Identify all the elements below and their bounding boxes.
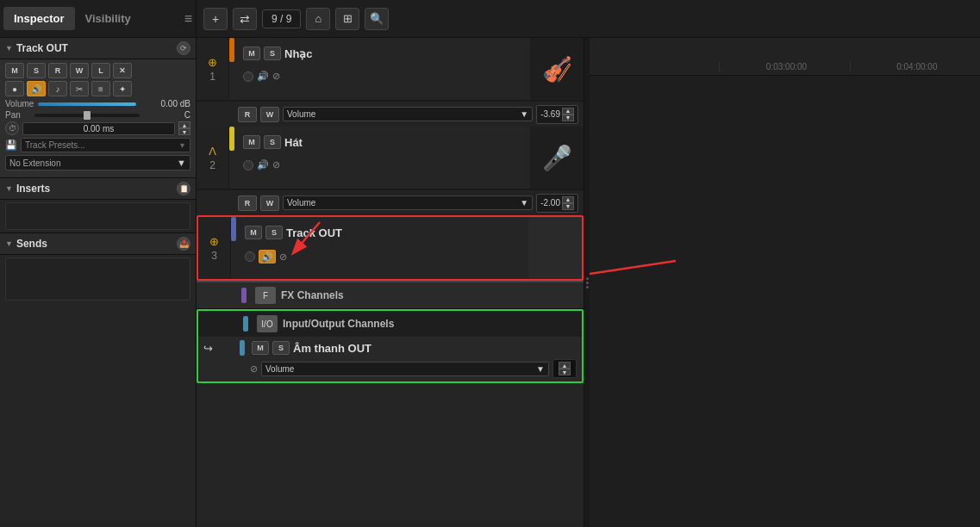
btn-x[interactable]: ✕	[113, 63, 132, 78]
inserts-header: ▼ Inserts 📋	[0, 178, 196, 200]
track-1-bypass[interactable]: ⊘	[272, 71, 280, 82]
track-3-mute[interactable]: M	[245, 226, 262, 239]
io-spin-dn[interactable]: ▼	[559, 369, 571, 375]
volume-fill	[38, 102, 136, 106]
fx-channels-header: F FX Channels	[197, 282, 584, 308]
auto-val-1: -3.69	[540, 109, 560, 119]
red-arrow-io	[590, 248, 702, 300]
track-1-content: M S Nhạc 🔊 ⊘	[238, 38, 530, 100]
inserts-section: ▼ Inserts 📋	[0, 178, 196, 233]
automation-row-2: R W Volume ▼ -2.00 ▲ ▼	[197, 189, 584, 215]
auto-w-1[interactable]: W	[260, 107, 279, 122]
track-1-speaker[interactable]: 🔊	[257, 71, 269, 82]
delay-value[interactable]: 0.00 ms	[22, 122, 175, 135]
track-1-dot[interactable]	[243, 71, 253, 82]
track-3-speaker[interactable]: 🔊	[259, 250, 276, 264]
io-controls-row: ⊘ Volume ▼ ▲ ▼	[203, 359, 577, 378]
auto-value-1: -3.69 ▲ ▼	[536, 105, 578, 124]
track-3-bypass[interactable]: ⊘	[279, 251, 287, 263]
track-out-header: ▼ Track OUT ⟳	[0, 38, 196, 59]
track-3-sub: 🔊 ⊘	[240, 248, 528, 267]
auto-r-1[interactable]: R	[238, 107, 257, 122]
track-num-label-1: 1	[209, 71, 215, 83]
io-track-solo[interactable]: S	[272, 341, 290, 355]
presets-dropdown[interactable]: Track Presets... ▼	[21, 138, 190, 152]
io-vol-dropdown[interactable]: Volume ▼	[261, 362, 549, 376]
track-2-bypass[interactable]: ⊘	[272, 159, 280, 170]
delay-down[interactable]: ▼	[178, 128, 190, 135]
btn-mute[interactable]: M	[5, 63, 24, 78]
pan-slider[interactable]	[34, 114, 140, 117]
tracks-area: ⊕ 1 M S Nhạc 🔊	[197, 38, 980, 527]
auto-dropdown-1[interactable]: Volume ▼	[283, 107, 533, 121]
btn-speaker[interactable]: 🔊	[27, 81, 46, 96]
auto-dn-2[interactable]: ▼	[562, 203, 574, 210]
btn-write[interactable]: W	[70, 63, 89, 78]
presets-label: Track Presets...	[25, 140, 85, 150]
inserts-title: Inserts	[16, 183, 177, 195]
tab-inspector[interactable]: Inspector	[3, 7, 75, 30]
pan-row: Pan C	[5, 110, 190, 120]
track-1-mute[interactable]: M	[243, 46, 260, 60]
timeline-ruler: 0:03:00:00 0:04:00:00	[590, 38, 980, 76]
grid-button[interactable]: ⊞	[335, 8, 359, 30]
btn-lines[interactable]: ≡	[91, 81, 110, 96]
btn-read[interactable]: R	[48, 63, 67, 78]
io-spin-up[interactable]: ▲	[559, 362, 571, 369]
track-number-3: ⊕ 3	[198, 217, 231, 279]
home-button[interactable]: ⌂	[306, 8, 330, 30]
track-2-dot[interactable]	[243, 160, 253, 170]
right-side: + ⇄ 9 / 9 ⌂ ⊞ 🔍 ⊕ 1 M	[197, 0, 980, 527]
tab-visibility[interactable]: Visibility	[75, 7, 141, 30]
track-out-arrow: ▼	[5, 44, 13, 53]
btn-solo[interactable]: S	[27, 63, 46, 78]
auto-r-2[interactable]: R	[238, 195, 257, 211]
extension-dropdown[interactable]: No Extension ▼	[5, 155, 190, 170]
track-2-solo[interactable]: S	[264, 135, 281, 149]
track-2-mute[interactable]: M	[243, 135, 260, 149]
track-1-sub: 🔊 ⊘	[238, 69, 530, 85]
auto-up-2[interactable]: ▲	[562, 196, 574, 203]
automation-row-1: R W Volume ▼ -3.69 ▲ ▼	[197, 101, 584, 127]
search-button[interactable]: 🔍	[365, 8, 389, 30]
io-bypass-icon[interactable]: ⊘	[250, 363, 258, 375]
track-2-speaker[interactable]: 🔊	[257, 159, 269, 170]
inspector-menu-icon[interactable]: ≡	[184, 11, 192, 27]
volume-value: 0.00 dB	[143, 99, 190, 108]
btn-scissor[interactable]: ✂	[70, 81, 89, 96]
track-color-1	[229, 38, 234, 62]
io-label: Input/Output Channels	[283, 318, 394, 330]
track-3-dot[interactable]	[245, 251, 255, 262]
inserts-bypass[interactable]: 📋	[177, 182, 190, 195]
auto-param-1: Volume	[287, 109, 315, 119]
io-track-mute[interactable]: M	[252, 341, 269, 355]
auto-dn-1[interactable]: ▼	[562, 115, 574, 121]
add-track-button[interactable]: +	[203, 8, 228, 30]
sends-bypass[interactable]: 📤	[177, 237, 190, 251]
auto-dropdown-2[interactable]: Volume ▼	[283, 195, 533, 210]
io-track-name: Âm thanh OUT	[293, 342, 577, 355]
btn-star[interactable]: ✦	[113, 81, 132, 96]
timeline-area: 0:03:00:00 0:04:00:00	[590, 38, 980, 527]
delay-up[interactable]: ▲	[178, 121, 190, 128]
track-1-header: M S Nhạc	[238, 38, 530, 69]
track-1-thumb: 🎻	[530, 38, 584, 100]
track-3-solo[interactable]: S	[265, 226, 283, 239]
btn-record-dot[interactable]: ●	[5, 81, 24, 96]
io-value-box: ▲ ▼	[552, 359, 577, 378]
btn-note[interactable]: ♪	[48, 81, 67, 96]
route-button[interactable]: ⇄	[233, 8, 257, 30]
volume-slider[interactable]	[38, 102, 136, 106]
table-row: ⊕ 3 M S Track OUT 🔊	[197, 215, 584, 281]
table-row: ⊕ 1 M S Nhạc 🔊	[197, 38, 584, 101]
auto-w-2[interactable]: W	[260, 195, 279, 211]
presets-row: 💾 Track Presets... ▼	[5, 138, 190, 152]
btn-latch[interactable]: L	[91, 63, 110, 78]
inserts-arrow: ▼	[5, 184, 13, 193]
track-number-2: Λ 2	[197, 127, 229, 189]
track-2-name: Hát	[284, 136, 525, 149]
ruler-mark-4min: 0:04:00:00	[850, 62, 980, 71]
track-1-solo[interactable]: S	[264, 46, 281, 60]
auto-up-1[interactable]: ▲	[562, 108, 574, 115]
track-out-bypass[interactable]: ⟳	[177, 41, 190, 55]
